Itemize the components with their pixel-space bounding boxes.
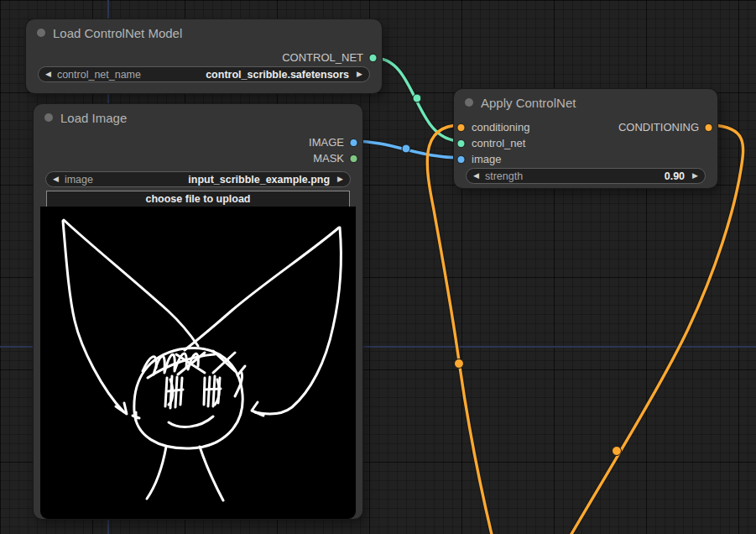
- output-label: CONTROL_NET: [282, 51, 363, 64]
- control-net-name-widget[interactable]: ◀ control_net_name control_scribble.safe…: [38, 66, 370, 82]
- next-value-icon[interactable]: ▶: [337, 175, 343, 183]
- input-slot-control-net: control_net: [454, 135, 717, 151]
- node-header: Load ControlNet Model: [26, 19, 382, 46]
- image-filename-widget[interactable]: ◀ image input_scribble_example.png ▶: [45, 171, 351, 187]
- node-header: Load Image: [34, 104, 362, 131]
- node-title: Apply ControlNet: [481, 96, 576, 110]
- input-label: image: [472, 153, 501, 165]
- input-port-conditioning[interactable]: [456, 123, 466, 132]
- input-port-image[interactable]: [456, 154, 466, 164]
- input-slot-image: image: [454, 151, 717, 167]
- widget-name: image: [65, 174, 93, 186]
- next-value-icon[interactable]: ▶: [357, 71, 362, 78]
- node-graph-canvas[interactable]: Load ControlNet Model CONTROL_NET ◀ cont…: [0, 0, 756, 534]
- node-title: Load ControlNet Model: [53, 26, 182, 40]
- output-port-control-net[interactable]: [368, 53, 378, 62]
- slot-row-conditioning: conditioning CONDITIONING: [454, 119, 717, 135]
- next-value-icon[interactable]: ▶: [692, 172, 698, 180]
- node-title: Load Image: [60, 111, 127, 125]
- widget-value: 0.90: [665, 170, 685, 182]
- widget-name: control_net_name: [57, 69, 141, 81]
- link-midpoint-dot: [613, 447, 622, 456]
- widget-value: input_scribble_example.png: [188, 174, 330, 186]
- output-port-mask[interactable]: [349, 154, 358, 163]
- strength-widget[interactable]: ◀ strength 0.90 ▶: [466, 168, 706, 184]
- widget-value: control_scribble.safetensors: [206, 69, 349, 81]
- widget-name: strength: [485, 170, 523, 182]
- input-label: conditioning: [472, 121, 529, 134]
- output-port-conditioning[interactable]: [704, 123, 713, 132]
- node-header: Apply ControlNet: [454, 89, 717, 116]
- output-label: MASK: [313, 152, 344, 165]
- collapse-dot-icon[interactable]: [37, 29, 45, 37]
- input-label: control_net: [472, 137, 525, 149]
- output-slot-image: IMAGE: [34, 134, 362, 150]
- input-port-control-net[interactable]: [456, 139, 466, 148]
- output-slot-mask: MASK: [34, 150, 362, 166]
- link-midpoint-dot: [413, 94, 421, 102]
- node-apply-controlnet[interactable]: Apply ControlNet conditioning CONDITIONI…: [454, 89, 717, 188]
- output-label: IMAGE: [309, 136, 344, 149]
- choose-file-button[interactable]: choose file to upload: [46, 191, 350, 207]
- prev-value-icon[interactable]: ◀: [473, 172, 479, 180]
- link-midpoint-dot: [402, 144, 410, 153]
- output-slot-control-net: CONTROL_NET: [26, 50, 382, 65]
- prev-value-icon[interactable]: ◀: [53, 175, 59, 183]
- link-midpoint-dot: [455, 359, 464, 369]
- collapse-dot-icon[interactable]: [465, 98, 473, 107]
- node-load-image[interactable]: Load Image IMAGE MASK ◀ image input_scri…: [34, 104, 362, 519]
- prev-value-icon[interactable]: ◀: [45, 71, 51, 78]
- output-port-image[interactable]: [349, 138, 358, 147]
- scribble-drawing: [40, 207, 356, 519]
- node-load-controlnet-model[interactable]: Load ControlNet Model CONTROL_NET ◀ cont…: [26, 19, 382, 93]
- image-preview: [40, 207, 356, 519]
- collapse-dot-icon[interactable]: [44, 113, 53, 122]
- output-label: CONDITIONING: [618, 121, 699, 134]
